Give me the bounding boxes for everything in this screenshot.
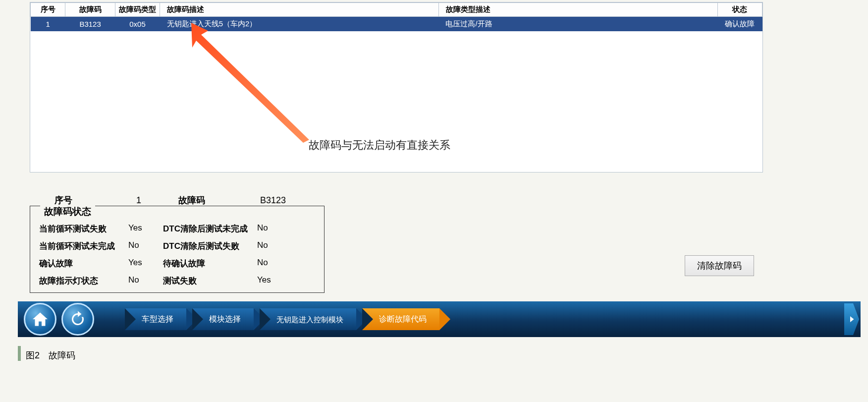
breadcrumb-diagnose-dtc[interactable]: 诊断故障代码 [362, 308, 439, 330]
status-row: 当前循环测试失败 Yes DTC清除后测试未完成 No [39, 223, 315, 234]
home-button[interactable] [24, 303, 56, 336]
status-label: DTC清除后测试未完成 [163, 223, 257, 234]
dtc-table: 序号 故障码 故障码类型 故障码描述 故障类型描述 状态 1 B3123 0x0… [30, 2, 762, 31]
status-row: 故障指示灯状态 No 测试失败 Yes [39, 275, 315, 287]
col-desc-header: 故障码描述 [160, 3, 439, 17]
caption-bar-icon [18, 346, 21, 361]
status-label: DTC清除后测试失败 [163, 240, 257, 252]
status-label: 故障指示灯状态 [39, 275, 128, 287]
status-row: 确认故障 Yes 待确认故障 No [39, 258, 315, 269]
mid-code-label: 故障码 [178, 194, 258, 206]
svg-marker-0 [191, 23, 309, 143]
breadcrumb-label: 诊断故障代码 [379, 314, 427, 325]
chevron-right-icon [847, 312, 856, 327]
status-value: Yes [128, 223, 163, 234]
breadcrumb-keyless-module[interactable]: 无钥匙进入控制模块 [260, 308, 356, 330]
breadcrumb-label: 车型选择 [142, 314, 173, 325]
clear-dtc-button[interactable]: 清除故障码 [685, 255, 754, 276]
status-value: No [128, 240, 163, 252]
cell-seq: 1 [31, 17, 65, 32]
status-value: Yes [128, 258, 163, 269]
status-label: 测试失败 [163, 275, 257, 287]
dtc-panel: 序号 故障码 故障码类型 故障码描述 故障类型描述 状态 1 B3123 0x0… [30, 2, 763, 172]
status-value: No [257, 240, 287, 252]
annotation-arrow-icon [186, 20, 315, 146]
col-seq-header: 序号 [31, 3, 65, 17]
refresh-icon [69, 310, 87, 328]
bottom-nav-bar: 车型选择 模块选择 无钥匙进入控制模块 诊断故障代码 [18, 301, 861, 337]
dtc-row[interactable]: 1 B3123 0x05 无钥匙进入天线5（车内2） 电压过高/开路 确认故障 [31, 17, 762, 32]
breadcrumb-module-select[interactable]: 模块选择 [192, 308, 254, 330]
mid-info: 序号 1 故障码 B3123 [54, 194, 286, 206]
status-value: Yes [257, 275, 287, 287]
home-icon [31, 310, 49, 328]
status-label: 确认故障 [39, 258, 128, 269]
breadcrumb-label: 模块选择 [209, 314, 241, 325]
status-label: 待确认故障 [163, 258, 257, 269]
col-typedesc-header: 故障类型描述 [438, 3, 717, 17]
cell-type: 0x05 [115, 17, 160, 32]
mid-seq-value: 1 [136, 195, 176, 206]
fault-status-title: 故障码状态 [40, 205, 95, 218]
breadcrumb-label: 无钥匙进入控制模块 [276, 315, 343, 324]
refresh-button[interactable] [61, 303, 94, 336]
dtc-header-row: 序号 故障码 故障码类型 故障码描述 故障类型描述 状态 [31, 3, 762, 17]
status-label: 当前循环测试未完成 [39, 240, 128, 252]
status-value: No [257, 223, 287, 234]
col-status-header: 状态 [717, 3, 762, 17]
annotation-text: 故障码与无法启动有直接关系 [309, 138, 450, 153]
status-label: 当前循环测试失败 [39, 223, 128, 234]
fault-status-group: 故障码状态 当前循环测试失败 Yes DTC清除后测试未完成 No 当前循环测试… [30, 206, 325, 293]
cell-typedesc: 电压过高/开路 [438, 17, 717, 32]
breadcrumb-vehicle-select[interactable]: 车型选择 [125, 308, 186, 330]
status-value: No [128, 275, 163, 287]
status-value: No [257, 258, 287, 269]
cell-code: B3123 [65, 17, 115, 32]
col-code-header: 故障码 [65, 3, 115, 17]
cell-status: 确认故障 [717, 17, 762, 32]
col-type-header: 故障码类型 [115, 3, 160, 17]
mid-code-value: B3123 [260, 195, 286, 206]
status-row: 当前循环测试未完成 No DTC清除后测试失败 No [39, 240, 315, 252]
mid-seq-label: 序号 [54, 194, 134, 206]
cell-desc: 无钥匙进入天线5（车内2） [160, 17, 439, 32]
figure-caption: 图2 故障码 [26, 349, 75, 361]
